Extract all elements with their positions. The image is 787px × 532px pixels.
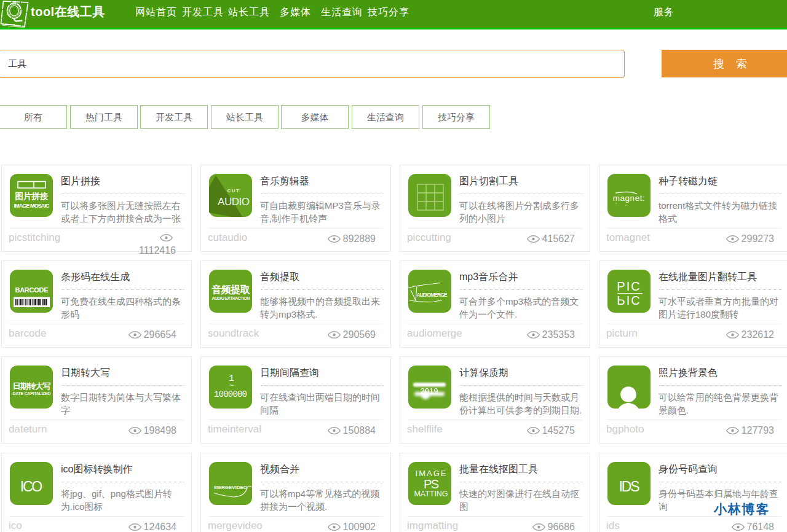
- svg-text:AUDIO EXTRACTION: AUDIO EXTRACTION: [212, 295, 250, 301]
- svg-text:PIC: PIC: [617, 280, 641, 293]
- svg-text:IMAGE MOSAIC: IMAGE MOSAIC: [14, 203, 50, 209]
- svg-text:DATE CAPITALIZED: DATE CAPITALIZED: [13, 391, 51, 396]
- svg-text:ICO: ICO: [20, 479, 43, 495]
- svg-text:MERGEVIDEO: MERGEVIDEO: [214, 485, 247, 490]
- svg-text:magnet:: magnet:: [613, 194, 645, 203]
- svg-text:音频提取: 音频提取: [212, 284, 251, 295]
- svg-text:MATTING: MATTING: [414, 490, 448, 498]
- svg-text:2019: 2019: [421, 386, 438, 396]
- svg-text:PS: PS: [424, 477, 439, 491]
- svg-text:CUT: CUT: [227, 188, 240, 194]
- svg-text:AUDIO: AUDIO: [218, 196, 250, 208]
- svg-text:IDS: IDS: [619, 479, 640, 495]
- svg-text:BARCODE: BARCODE: [15, 286, 49, 294]
- svg-text:日期转大写: 日期转大写: [13, 381, 51, 391]
- svg-text:图片拼接: 图片拼接: [15, 192, 49, 201]
- svg-text:PIC: PIC: [617, 294, 641, 307]
- svg-text:AUDIOMERGE: AUDIOMERGE: [417, 292, 448, 298]
- svg-text:1000000: 1000000: [214, 389, 247, 399]
- svg-text:~: ~: [229, 381, 234, 390]
